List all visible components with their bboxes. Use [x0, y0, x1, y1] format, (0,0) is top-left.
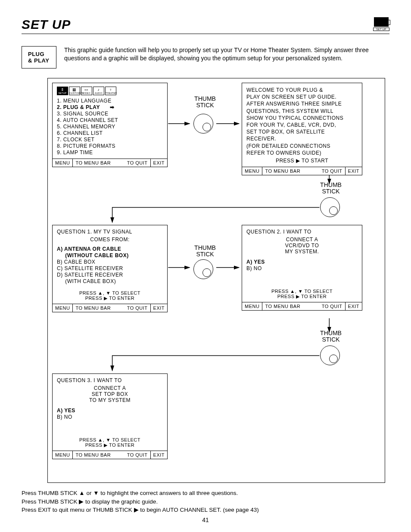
q1-option: D) SATELLITE RECEIVER: [57, 272, 163, 278]
bottom-line: Press THUMB STICK ▶ to display the graph…: [22, 498, 389, 506]
thumb-stick-icon: [320, 345, 340, 365]
q1-option: A) ANTENNA OR CABLE: [57, 246, 163, 252]
menu-item: 5. CHANNEL MEMORY: [57, 124, 163, 130]
menu-item: 9. LAMP TIME: [57, 149, 163, 156]
welcome-press: PRESS ▶ TO START: [246, 157, 358, 164]
thumb-stick-label: THUMBSTICK: [190, 245, 220, 258]
panel-setup-menu: ⇕SETUP ▦CUSTOMIZE ▭VIDEO ♪AUDIO ♀THEATER…: [52, 83, 168, 167]
diagram-container: ⇕SETUP ▦CUSTOMIZE ▭VIDEO ♪AUDIO ♀THEATER…: [47, 78, 385, 483]
menu-item: 1. MENU LANGUAGE: [57, 98, 163, 104]
q1-option: (WITH CABLE BOX): [57, 278, 163, 284]
welcome-line: (FOR DETAILED CONNECTIONS: [246, 143, 358, 149]
audio-tab-icon: ♪AUDIO: [93, 87, 104, 95]
menu-icon-bar: ⇕SETUP ▦CUSTOMIZE ▭VIDEO ♪AUDIO ♀THEATER: [57, 87, 163, 95]
q2-option: A) YES: [246, 259, 358, 265]
menu-item: 4. AUTO CHANNEL SET: [57, 117, 163, 123]
q2-press: PRESS ▲, ▼ TO SELECT PRESS ▶ TO ENTER: [246, 289, 358, 299]
setup-tab-icon: ⇕SETUP: [57, 87, 68, 95]
q3-sub: TO MY SYSTEM: [57, 397, 163, 403]
footer-to-menu-bar: TO MENU BAR: [72, 159, 113, 167]
q1-press: PRESS ▲, ▼ TO SELECT PRESS ▶ TO ENTER: [57, 290, 163, 301]
welcome-line: FOR YOUR TV, CABLE, VCR, DVD,: [246, 121, 358, 128]
q1-option: B) CABLE BOX: [57, 259, 163, 265]
q3-sub: CONNECT A: [57, 385, 163, 391]
welcome-line: SET TOP BOX, OR SATELLITE: [246, 128, 358, 135]
header-row: SET UP SET UP: [22, 17, 389, 32]
thumb-stick-label: THUMBSTICK: [316, 330, 346, 343]
q3-option: B) NO: [57, 414, 163, 420]
q3-title: QUESTION 3. I WANT TO: [57, 377, 163, 383]
header-rule: [22, 34, 389, 34]
welcome-line: REFER TO OWNERS GUIDE): [246, 149, 358, 156]
panel-question-3: QUESTION 3. I WANT TO CONNECT A SET TOP …: [52, 373, 168, 459]
menu-item-active: 2. PLUG & PLAY ➡: [57, 104, 163, 110]
thumb-stick-label: THUMBSTICK: [316, 182, 346, 195]
tv-icon: [374, 17, 389, 27]
intro-row: PLUG & PLAY This graphic guide function …: [22, 46, 389, 68]
page-title: SET UP: [22, 17, 71, 32]
menu-list: 1. MENU LANGUAGE 2. PLUG & PLAY ➡ 3. SIG…: [57, 98, 163, 156]
panel-footer: MENU TO MENU BAR TO QUIT EXIT: [242, 167, 362, 175]
welcome-line: SHOW YOU TYPICAL CONNECTIONS: [246, 115, 358, 121]
thumb-stick-icon: [193, 259, 213, 279]
q1-option: C) SATELLITE RECEIVER: [57, 265, 163, 271]
thumb-stick-label: THUMBSTICK: [190, 96, 220, 109]
panel-footer: MENU TO MENU BAR TO QUIT EXIT: [53, 304, 167, 312]
page-number: 41: [0, 516, 411, 523]
q3-sub: SET TOP BOX: [57, 391, 163, 397]
menu-item: 3. SIGNAL SOURCE: [57, 111, 163, 117]
menu-item: 7. CLOCK SET: [57, 137, 163, 143]
welcome-line: PLAY ON SCREEN SET UP GUIDE.: [246, 93, 358, 100]
footer-menu: MENU: [53, 159, 72, 167]
q2-option: B) NO: [246, 265, 358, 271]
q1-option: (WITHOUT CABLE BOX): [57, 252, 163, 258]
bottom-line: Press THUMB STICK ▲ or ▼ to highlight th…: [22, 489, 389, 498]
footer-to-quit: TO QUIT: [125, 159, 150, 167]
bottom-line: Press EXIT to quit menu or THUMB STICK ▶…: [22, 506, 389, 514]
thumb-stick-icon: [320, 197, 340, 217]
footer-exit: EXIT: [150, 159, 167, 167]
q2-sub: CONNECT A: [246, 236, 358, 243]
q3-option: A) YES: [57, 408, 163, 414]
panel-question-2: QUESTION 2. I WANT TO CONNECT A VCR/DVD …: [242, 225, 362, 311]
corner-label: SET UP: [373, 28, 389, 31]
menu-item: 8. PICTURE FORMATS: [57, 143, 163, 149]
thumb-stick-icon: [193, 114, 213, 134]
q3-press: PRESS ▲, ▼ TO SELECT PRESS ▶ TO ENTER: [57, 437, 163, 448]
welcome-line: AFTER ANSWERING THREE SIMPLE: [246, 100, 358, 107]
customize-tab-icon: ▦CUSTOMIZE: [69, 87, 80, 95]
panel-footer: MENU TO MENU BAR TO QUIT EXIT: [53, 159, 167, 167]
q1-subtitle: COMES FROM:: [57, 236, 163, 243]
panel-question-1: QUESTION 1. MY TV SIGNAL COMES FROM: A) …: [52, 225, 168, 312]
q2-sub: VCR/DVD TO: [246, 243, 358, 249]
welcome-line: QUESTIONS, THIS SYSTEM WILL: [246, 108, 358, 115]
q1-title: QUESTION 1. MY TV SIGNAL: [57, 229, 163, 235]
menu-item: 6. CHANNEL LIST: [57, 130, 163, 136]
q2-title: QUESTION 2. I WANT TO: [246, 229, 358, 235]
panel-footer: MENU TO MENU BAR TO QUIT EXIT: [242, 302, 362, 310]
intro-text: This graphic guide function will help yo…: [64, 46, 389, 62]
welcome-line: RECEIVER.: [246, 135, 358, 142]
bottom-instructions: Press THUMB STICK ▲ or ▼ to highlight th…: [22, 489, 389, 514]
panel-welcome: WELCOME TO YOUR PLUG & PLAY ON SCREEN SE…: [242, 83, 362, 175]
corner-setup-badge: SET UP: [373, 17, 389, 31]
welcome-line: WELCOME TO YOUR PLUG &: [246, 87, 358, 93]
panel-footer: MENU TO MENU BAR TO QUIT EXIT: [53, 451, 167, 459]
video-tab-icon: ▭VIDEO: [81, 87, 92, 95]
theater-tab-icon: ♀THEATER: [105, 87, 116, 95]
plug-and-play-box: PLUG & PLAY: [22, 46, 56, 68]
q2-sub: MY SYSTEM.: [246, 249, 358, 255]
